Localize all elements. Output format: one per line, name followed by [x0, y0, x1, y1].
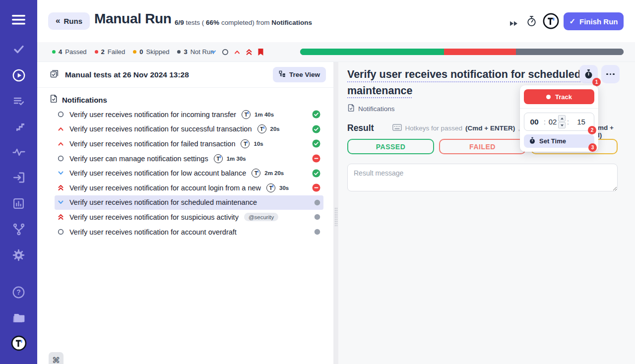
result-message-input[interactable] — [347, 164, 618, 191]
test-tag[interactable]: @security — [244, 213, 278, 221]
priority-high-filter-icon[interactable] — [234, 50, 241, 55]
test-row[interactable]: Verify user can manage notification sett… — [55, 151, 323, 166]
pulse-icon[interactable] — [0, 146, 37, 158]
panel-resizer[interactable] — [333, 62, 338, 364]
testomat-logo[interactable] — [0, 335, 37, 351]
steps-icon[interactable] — [0, 121, 37, 132]
help-icon[interactable]: ? — [0, 286, 37, 299]
test-status-icon — [312, 110, 320, 119]
menu-icon[interactable] — [0, 13, 37, 27]
tests-count: 6/9 — [175, 19, 184, 26]
priority-icon — [57, 200, 64, 205]
test-meta: T2m 20s — [252, 169, 284, 178]
priority-filters — [210, 42, 264, 62]
status-counter[interactable]: 3 Not Run — [177, 48, 214, 56]
hours-input[interactable]: 00 — [526, 118, 542, 126]
report-chart-icon[interactable] — [0, 197, 37, 210]
hotkeys-hint: Hotkeys for passed (Cmd + ENTER) , faile… — [392, 124, 537, 132]
minutes-spinner — [558, 115, 566, 128]
priority-medium-filter-icon[interactable] — [222, 49, 229, 56]
test-row[interactable]: Verify user receives notification for ac… — [55, 181, 323, 195]
test-row[interactable]: Verify user receives notification for ac… — [55, 225, 323, 240]
status-counter[interactable]: 2 Failed — [95, 48, 126, 56]
breadcrumb-label: Notifications — [358, 105, 395, 113]
test-status-icon — [312, 154, 320, 163]
priority-low-filter-icon[interactable] — [210, 50, 217, 55]
bookmark-filter-icon[interactable] — [257, 48, 264, 56]
list-check-icon[interactable] — [0, 95, 37, 108]
time-picker: 00 : 02 : 15 2 — [524, 113, 594, 131]
play-circle-icon[interactable] — [0, 68, 37, 82]
test-status-icon — [312, 169, 320, 178]
passed-button[interactable]: PASSED — [347, 139, 434, 154]
popup-divider — [520, 108, 598, 109]
test-meta: T20s — [257, 124, 280, 133]
counter-count: 2 — [101, 48, 105, 56]
test-meta: @security — [244, 213, 278, 221]
test-row[interactable]: Verify user receives notification for in… — [55, 107, 323, 122]
back-label: Runs — [64, 17, 82, 25]
status-counter[interactable]: 4 Passed — [52, 48, 87, 56]
test-row[interactable]: Verify user receives notification for su… — [55, 122, 323, 137]
projects-folder-icon[interactable] — [0, 311, 37, 324]
fast-forward-icon[interactable] — [507, 17, 520, 30]
suite-folder-row[interactable]: Notifications — [37, 92, 333, 107]
content-split: Manual tests at 26 Nov 2024 13:28 Tree V… — [37, 62, 635, 364]
branches-icon[interactable] — [0, 222, 37, 236]
automated-test-icon: T — [242, 110, 251, 119]
timer-button[interactable]: 1 — [579, 65, 598, 83]
test-row[interactable]: Verify user receives notification for lo… — [55, 166, 323, 181]
test-duration: 10s — [254, 141, 263, 147]
set-time-step-badge: 3 — [588, 143, 597, 152]
track-button[interactable]: Track — [524, 89, 594, 104]
counter-label: Skipped — [146, 48, 170, 56]
status-counter[interactable]: 0 Skipped — [133, 48, 169, 56]
test-status-icon — [314, 214, 320, 220]
priority-icon — [57, 126, 64, 131]
test-row[interactable]: Verify user receives notification for su… — [55, 210, 323, 225]
tree-view-button[interactable]: Tree View — [273, 67, 326, 82]
track-time-popup: Track 00 : 02 : 15 2 — [520, 85, 598, 152]
test-list-header: Manual tests at 26 Nov 2024 13:28 Tree V… — [37, 62, 333, 88]
set-time-button[interactable]: Set Time 3 — [524, 134, 594, 148]
test-row[interactable]: Verify user receives notification for fa… — [55, 136, 323, 151]
stopwatch-icon[interactable] — [525, 14, 538, 27]
back-to-runs-button[interactable]: « Runs — [48, 12, 90, 30]
test-title: Verify user receives notification for ac… — [69, 184, 261, 192]
failed-button[interactable]: FAILED — [439, 139, 526, 154]
testomat-logo-header[interactable] — [543, 13, 559, 29]
progress-text-1: tests ( — [186, 19, 204, 26]
time-separator: : — [542, 118, 547, 126]
test-duration: 2m 20s — [264, 170, 284, 176]
status-dot-icon — [133, 50, 136, 54]
progress-segment — [444, 49, 516, 55]
percent-completed: 66% — [206, 19, 219, 26]
status-dot-icon — [95, 50, 98, 54]
cmd-key-hint[interactable]: ⌘ — [49, 352, 64, 364]
ellipsis-icon — [606, 73, 615, 75]
test-duration: 20s — [270, 126, 280, 132]
hotkey-passed: (Cmd + ENTER) — [465, 124, 515, 132]
finish-run-button[interactable]: ✓ Finish Run — [564, 12, 624, 30]
result-heading: Result — [347, 123, 374, 133]
test-row[interactable]: Verify user receives notification for sc… — [55, 195, 323, 210]
test-status-icon — [312, 125, 320, 133]
test-status-icon — [312, 139, 320, 148]
test-title: Verify user receives notification for su… — [69, 125, 252, 133]
stopwatch-gear-icon — [529, 137, 536, 146]
import-icon[interactable] — [0, 171, 37, 184]
automated-test-icon: T — [252, 169, 260, 178]
spinner-down-icon[interactable] — [558, 122, 566, 128]
more-options-button[interactable] — [601, 65, 620, 83]
priority-highest-filter-icon[interactable] — [246, 49, 253, 56]
counter-count: 4 — [59, 48, 62, 56]
spinner-up-icon[interactable] — [558, 115, 566, 121]
progress-text-2: completed) from — [221, 19, 270, 26]
test-title: Verify user receives notification for fa… — [69, 140, 235, 148]
seconds-input[interactable]: 15 — [571, 118, 592, 126]
svg-text:?: ? — [16, 288, 21, 296]
check-icon[interactable] — [0, 43, 37, 56]
status-dot-icon — [52, 50, 56, 54]
settings-gear-icon[interactable] — [0, 248, 37, 262]
minutes-input[interactable]: 02 — [547, 118, 558, 126]
